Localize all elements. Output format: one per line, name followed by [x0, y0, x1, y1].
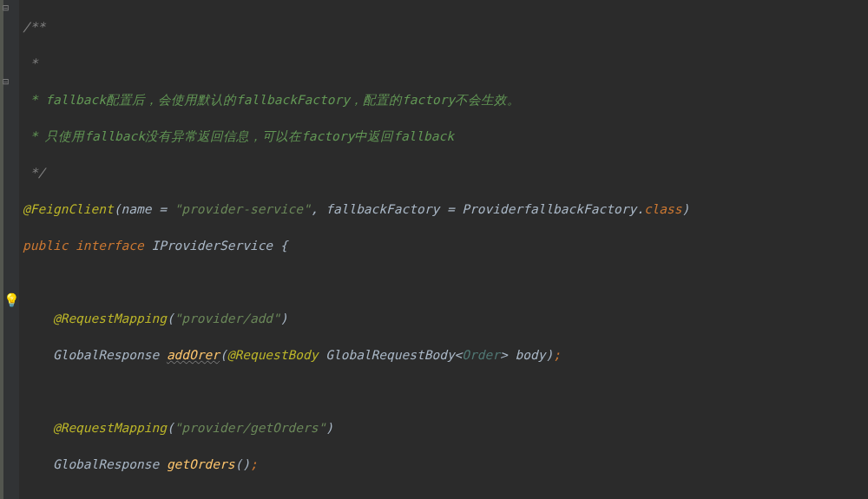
fold-marker-icon[interactable]: ⊟: [3, 76, 9, 87]
code-editor[interactable]: ⊟ ⊟ 💡 /** * * fallback配置后，会使用默认的fallback…: [0, 0, 868, 499]
annotation: @RequestMapping: [53, 421, 167, 435]
interface-name: IProviderService: [151, 239, 279, 253]
annotation: @RequestMapping: [53, 312, 167, 325]
return-type: GlobalResponse: [53, 457, 167, 471]
gutter[interactable]: ⊟ ⊟ 💡: [3, 0, 19, 499]
fold-marker-icon[interactable]: ⊟: [3, 3, 9, 13]
doc-comment: /**: [23, 20, 45, 34]
method-name: addOrer: [167, 348, 220, 362]
doc-comment: *: [23, 56, 37, 70]
code-area[interactable]: /** * * fallback配置后，会使用默认的fallbackFactor…: [19, 0, 868, 499]
annotation: @FeignClient: [23, 202, 114, 216]
doc-comment: */: [23, 166, 45, 180]
return-type: GlobalResponse: [53, 348, 167, 362]
lightbulb-icon[interactable]: 💡: [3, 292, 20, 311]
doc-comment: * 只使用: [23, 129, 84, 143]
keyword: public: [23, 239, 76, 253]
doc-comment: * fallback: [23, 93, 106, 107]
method-name: getOrders: [167, 457, 235, 471]
